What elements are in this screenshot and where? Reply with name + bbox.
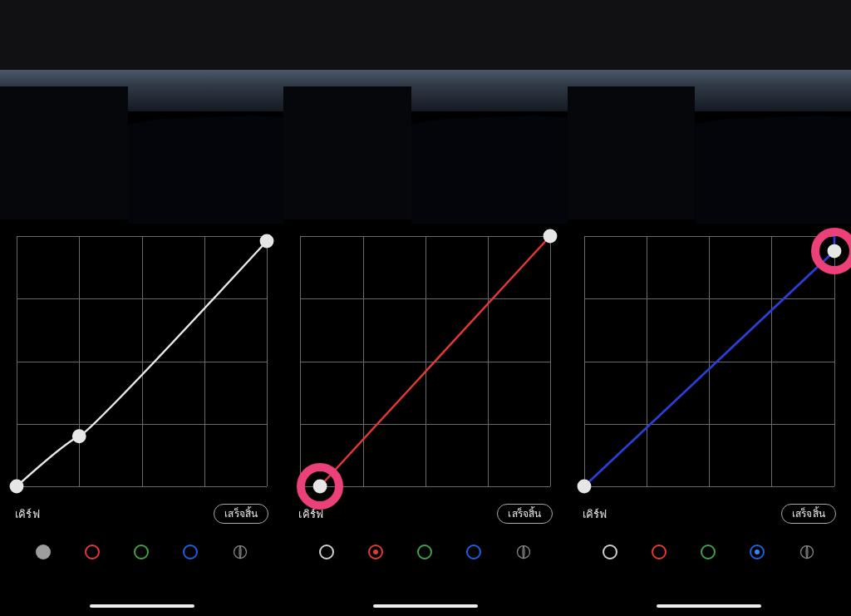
home-indicator xyxy=(373,604,478,608)
curves-grid[interactable] xyxy=(17,236,267,486)
curve-point-shadow[interactable] xyxy=(314,480,326,492)
curves-toolbar: เคิร์ฟ เสร็จสิ้น xyxy=(283,497,567,530)
channel-blue[interactable] xyxy=(750,545,765,559)
channel-selector xyxy=(283,535,567,569)
channel-luma[interactable] xyxy=(603,545,617,559)
channel-green[interactable] xyxy=(701,545,716,559)
preview-image xyxy=(283,70,567,232)
bw-icon[interactable] xyxy=(515,544,532,560)
editor-panels: เคิร์ฟ เสร็จสิ้น xyxy=(0,70,851,616)
curve-line[interactable] xyxy=(300,236,550,486)
curves-grid[interactable] xyxy=(584,236,834,486)
home-indicator xyxy=(657,604,761,608)
channel-green[interactable] xyxy=(134,545,149,559)
done-button[interactable]: เสร็จสิ้น xyxy=(497,504,552,524)
curve-point-mid[interactable] xyxy=(73,431,85,442)
channel-selector xyxy=(568,535,851,569)
done-button[interactable]: เสร็จสิ้น xyxy=(781,504,836,524)
curve-line[interactable] xyxy=(584,236,834,486)
curves-toolbar: เคิร์ฟ เสร็จสิ้น xyxy=(568,497,851,530)
svg-line-0 xyxy=(320,236,550,486)
bw-icon[interactable] xyxy=(799,544,815,560)
curve-point-highlight[interactable] xyxy=(544,230,556,242)
channel-red[interactable] xyxy=(368,545,383,559)
channel-green[interactable] xyxy=(417,545,432,559)
curve-point-highlight[interactable] xyxy=(829,245,840,257)
channel-luma[interactable] xyxy=(36,545,51,559)
channel-luma[interactable] xyxy=(319,545,334,559)
preview-image xyxy=(568,70,851,232)
preview-image xyxy=(0,70,283,232)
channel-red[interactable] xyxy=(85,545,100,559)
channel-blue[interactable] xyxy=(183,545,198,559)
curve-point-highlight[interactable] xyxy=(261,235,273,247)
curves-panel-luma: เคิร์ฟ เสร็จสิ้น xyxy=(0,70,283,616)
channel-selector xyxy=(0,535,283,569)
tool-label: เคิร์ฟ xyxy=(298,505,323,523)
channel-blue[interactable] xyxy=(466,545,481,559)
curve-point-shadow[interactable] xyxy=(578,480,590,492)
curve-line[interactable] xyxy=(17,236,267,486)
bw-icon[interactable] xyxy=(232,544,248,560)
channel-red[interactable] xyxy=(652,545,667,559)
curves-panel-red: เคิร์ฟ เสร็จสิ้น xyxy=(283,70,567,616)
top-spacer xyxy=(0,0,851,70)
done-button[interactable]: เสร็จสิ้น xyxy=(214,504,268,524)
curve-point-shadow[interactable] xyxy=(11,480,22,492)
curves-panel-blue: เคิร์ฟ เสร็จสิ้น xyxy=(568,70,851,616)
curves-toolbar: เคิร์ฟ เสร็จสิ้น xyxy=(0,497,283,530)
tool-label: เคิร์ฟ xyxy=(583,505,608,523)
tool-label: เคิร์ฟ xyxy=(15,505,40,523)
home-indicator xyxy=(90,604,194,608)
curves-grid[interactable] xyxy=(300,236,550,486)
